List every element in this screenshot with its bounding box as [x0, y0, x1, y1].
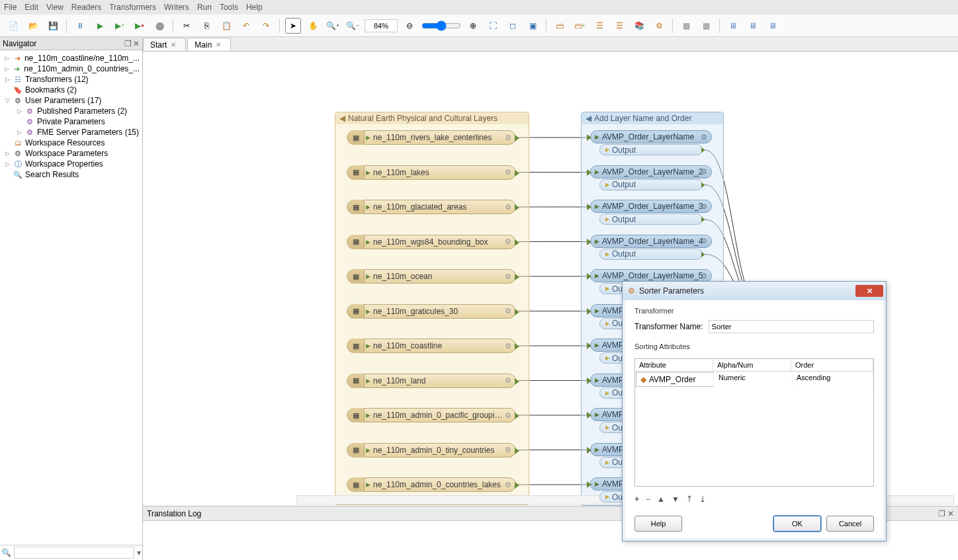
gear-icon[interactable]: ⚙: [505, 376, 511, 385]
run-prompt-icon[interactable]: ▶?: [112, 18, 128, 34]
gear-icon[interactable]: ⚙: [505, 411, 511, 420]
nav-item[interactable]: ▷ⓘWorkspace Properties: [0, 159, 142, 169]
zoom-out-icon[interactable]: 🔍−: [345, 18, 361, 34]
nav-item[interactable]: 🗂Workspace Resources: [0, 138, 142, 148]
align-left-icon[interactable]: ☰: [591, 18, 607, 34]
output-port[interactable]: ▶Output: [599, 214, 703, 225]
save-icon[interactable]: 💾: [45, 18, 61, 34]
attributevaluemapper-transformer[interactable]: ▶AVMP_Order_LayerName_2⚙ ▶Output: [590, 165, 712, 190]
pause-icon[interactable]: ⏸: [72, 18, 88, 34]
menu-run[interactable]: Run: [197, 3, 212, 12]
output-port[interactable]: ▶Output: [599, 249, 703, 260]
gear-icon[interactable]: ⚙: [505, 272, 511, 281]
add-row-button[interactable]: +: [634, 495, 639, 504]
copy-icon[interactable]: ⎘: [198, 18, 214, 34]
gear-icon[interactable]: ⚙: [505, 481, 511, 489]
zoom-fit-icon[interactable]: ◻: [505, 18, 521, 34]
nav-item[interactable]: ▷➜ne_110m_coastline/ne_110m_...: [0, 53, 142, 63]
close-tab-icon[interactable]: ✕: [216, 41, 221, 48]
undo-icon[interactable]: ↶: [238, 18, 254, 34]
col-attribute[interactable]: Attribute: [635, 359, 713, 371]
move-bottom-button[interactable]: ⤓: [699, 495, 706, 504]
output-port[interactable]: ▶Output: [599, 179, 703, 190]
nav-item[interactable]: ▷☷Transformers (12): [0, 74, 142, 85]
add-writer-icon[interactable]: 🗃+: [572, 18, 588, 34]
reader-feature-type[interactable]: ▦▶ne_110m_coastline⚙: [347, 339, 516, 353]
paste-icon[interactable]: 📋: [218, 18, 234, 34]
menu-transformers[interactable]: Transformers: [109, 3, 156, 12]
col-alphanum[interactable]: Alpha/Num: [713, 359, 791, 371]
gear-icon[interactable]: ⚙: [701, 272, 707, 280]
layout2-icon[interactable]: ▦: [698, 18, 714, 34]
menu-help[interactable]: Help: [246, 3, 263, 12]
server3-icon[interactable]: 🖥: [765, 18, 781, 34]
bookmark-icon[interactable]: 📚: [631, 18, 647, 34]
pan-icon[interactable]: ✋: [305, 18, 321, 34]
reader-feature-type[interactable]: ▦▶ne_110m_rivers_lake_centerlines⚙: [347, 130, 516, 145]
gear-icon[interactable]: ⚙: [505, 168, 511, 177]
cut-icon[interactable]: ✂: [179, 18, 195, 34]
zoom-minus-icon[interactable]: ⊖: [402, 18, 417, 34]
align-right-icon[interactable]: ☰: [611, 18, 627, 34]
close-tab-icon[interactable]: ✕: [171, 41, 176, 48]
reader-feature-type[interactable]: ▦▶ne_110m_lakes⚙: [347, 165, 516, 180]
gear-icon[interactable]: ⚙: [701, 133, 707, 141]
zoom-plus-icon[interactable]: ⊕: [465, 18, 481, 34]
table-row[interactable]: ◆AVMP_Order Numeric Ascending: [635, 372, 873, 387]
nav-item[interactable]: ▷⚙Published Parameters (2): [0, 106, 142, 116]
help-button[interactable]: Help: [634, 516, 682, 532]
zoom-slider[interactable]: [421, 20, 461, 31]
menu-tools[interactable]: Tools: [220, 3, 238, 12]
move-top-button[interactable]: ⤒: [686, 495, 693, 504]
sorting-attributes-table[interactable]: Attribute Alpha/Num Order ◆AVMP_Order Nu…: [634, 358, 874, 487]
zoom-selected-icon[interactable]: ▣: [525, 18, 541, 34]
new-icon[interactable]: 📄: [5, 18, 21, 34]
menu-file[interactable]: File: [4, 3, 17, 12]
move-up-button[interactable]: ▲: [657, 495, 665, 504]
transformer-name-input[interactable]: [709, 320, 874, 333]
layout-icon[interactable]: ▦: [678, 18, 694, 34]
reader-feature-type[interactable]: ▦▶ne_110m_ocean⚙: [347, 269, 516, 284]
undock-icon[interactable]: ❐: [124, 39, 132, 48]
gear-icon[interactable]: ⚙: [505, 203, 511, 212]
menu-view[interactable]: View: [46, 3, 64, 12]
redo-icon[interactable]: ↷: [258, 18, 274, 34]
menu-writers[interactable]: Writers: [164, 3, 189, 12]
gear-icon[interactable]: ⚙: [701, 167, 707, 176]
close-panel-icon[interactable]: ✕: [947, 509, 954, 518]
reader-feature-type[interactable]: ▦▶ne_110m_admin_0_countries_lakes⚙: [347, 477, 516, 492]
nav-item[interactable]: ▽⚙User Parameters (17): [0, 95, 142, 106]
close-panel-icon[interactable]: ✕: [133, 39, 140, 48]
pointer-icon[interactable]: ➤: [285, 18, 301, 34]
run-breakpoint-icon[interactable]: ▶●: [132, 18, 148, 34]
zoom-extents-icon[interactable]: ⛶: [485, 18, 501, 34]
navigator-search-input[interactable]: [14, 547, 134, 559]
gear-icon[interactable]: ⚙: [505, 446, 511, 454]
nav-item[interactable]: 🔖Bookmarks (2): [0, 85, 142, 95]
gear-icon[interactable]: ⚙: [505, 237, 511, 246]
menu-edit[interactable]: Edit: [24, 3, 38, 12]
navigator-tree[interactable]: ▷➜ne_110m_coastline/ne_110m_...▷➜ne_110m…: [0, 50, 142, 545]
attributevaluemapper-transformer[interactable]: ▶AVMP_Order_LayerName⚙ ▶Output: [590, 130, 712, 155]
server-icon[interactable]: 🖥: [725, 18, 741, 34]
transformer-gallery-icon[interactable]: ⚙: [651, 18, 667, 34]
gear-icon[interactable]: ⚙: [701, 202, 707, 211]
stop-icon[interactable]: ⬤: [152, 18, 167, 34]
reader-feature-type[interactable]: ▦▶ne_110m_graticules_30⚙: [347, 304, 516, 319]
dialog-close-button[interactable]: ✕: [855, 285, 883, 297]
undock-icon[interactable]: ❐: [938, 509, 945, 518]
dropdown-icon[interactable]: ▾: [137, 548, 141, 557]
attributevaluemapper-transformer[interactable]: ▶AVMP_Order_LayerName_4⚙ ▶Output: [590, 235, 712, 260]
bookmark-collapse-icon[interactable]: ◀: [339, 114, 345, 123]
tab-start[interactable]: Start✕: [143, 38, 186, 51]
attributevaluemapper-transformer[interactable]: ▶AVMP_Order_LayerName_3⚙ ▶Output: [590, 200, 712, 225]
menu-readers[interactable]: Readers: [71, 3, 101, 12]
nav-item[interactable]: ▷⚙Workspace Parameters: [0, 148, 142, 159]
output-port[interactable]: ▶Output: [599, 144, 703, 155]
bookmark-collapse-icon[interactable]: ◀: [586, 114, 591, 123]
zoom-input[interactable]: [365, 19, 398, 32]
ok-button[interactable]: OK: [773, 516, 821, 532]
reader-feature-type[interactable]: ▦▶ne_110m_land⚙: [347, 374, 516, 388]
reader-feature-type[interactable]: ▦▶ne_110m_admin_0_pacific_groupings⚙: [347, 408, 516, 422]
col-order[interactable]: Order: [791, 359, 873, 371]
